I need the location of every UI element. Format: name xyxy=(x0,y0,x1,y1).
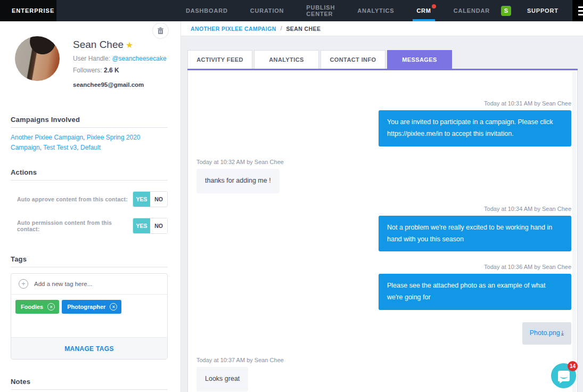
campaign-separator: , xyxy=(83,134,87,141)
user-handle-row: User Handle: @seancheesecake xyxy=(73,55,167,62)
tab-analytics[interactable]: ANALYTICS xyxy=(254,50,319,69)
message-group: Today at 10:31 AM by Sean CheeYou are in… xyxy=(196,100,571,146)
campaign-link[interactable]: Another Pixlee Campaign xyxy=(11,134,83,141)
star-icon: ★ xyxy=(126,40,133,50)
trash-icon xyxy=(157,27,164,35)
nav-item-dashboard[interactable]: DASHBOARD xyxy=(175,0,239,21)
tags-footer: MANAGE TAGS xyxy=(11,337,167,359)
tag-chip[interactable]: Foodies✕ xyxy=(15,300,59,314)
action-row: Auto approve content from this contact:Y… xyxy=(11,191,168,207)
remove-tag-icon[interactable]: ✕ xyxy=(110,303,117,311)
followers-row: Followers: 2.6 K xyxy=(73,67,167,74)
campaign-separator: , xyxy=(77,144,80,151)
message-bubble: You are invited to participate in a camp… xyxy=(379,110,571,146)
campaign-link[interactable]: Test Test v3 xyxy=(43,144,77,151)
notes-title: Notes xyxy=(11,378,168,386)
tab-activity-feed[interactable]: ACTIVITY FEED xyxy=(187,50,252,69)
campaign-link[interactable]: Default xyxy=(80,144,101,151)
main-area: ANOTHER PIXLEE CAMPAIGN / SEAN CHEE ACTI… xyxy=(181,21,583,392)
nav-item-publish-center[interactable]: PUBLISH CENTER xyxy=(295,0,346,21)
delete-contact-button[interactable] xyxy=(152,22,169,39)
profile-header: Sean Chee★ User Handle: @seancheesecake … xyxy=(11,36,168,88)
tags-section: Tags + Add a new tag here... Foodies✕Pho… xyxy=(11,255,168,360)
contact-name: Sean Chee★ xyxy=(73,39,167,51)
actions-section: Actions Auto approve content from this c… xyxy=(11,168,168,234)
contact-email: seanchee95@gmail.com xyxy=(73,81,167,88)
campaigns-section: Campaigns Involved Another Pixlee Campai… xyxy=(11,116,168,152)
user-handle-link[interactable]: @seancheesecake xyxy=(112,55,166,62)
notes-section: Notes This is a general note that I made… xyxy=(11,378,168,392)
tab-messages[interactable]: MESSAGES xyxy=(387,50,452,69)
message-bubble: Looks great xyxy=(196,367,248,391)
chat-bubble-icon xyxy=(558,371,570,381)
message-timestamp: Today at 10:36 AM by Sean Chee xyxy=(196,264,571,270)
tag-list: Foodies✕Photographer✕ xyxy=(11,295,167,337)
unread-count-badge: 14 xyxy=(568,361,578,371)
nav-item-curation[interactable]: CURATION xyxy=(239,0,295,21)
add-tag-placeholder: Add a new tag here... xyxy=(34,281,92,287)
add-tag-input[interactable]: + Add a new tag here... xyxy=(11,274,167,295)
tab-contact-info[interactable]: CONTACT INFO xyxy=(321,50,385,69)
nav-item-calendar[interactable]: CALENDAR xyxy=(442,0,501,21)
action-label: Auto permission content from this contac… xyxy=(17,219,133,232)
toggle-yes[interactable]: YES xyxy=(133,218,150,233)
yes-no-toggle[interactable]: YESNO xyxy=(133,218,168,234)
support-link[interactable]: SUPPORT xyxy=(511,7,572,14)
action-row: Auto permission content from this contac… xyxy=(11,218,168,234)
campaigns-title: Campaigns Involved xyxy=(11,116,168,124)
nav-item-crm[interactable]: CRM xyxy=(405,0,442,21)
yes-no-toggle[interactable]: YESNO xyxy=(133,191,168,207)
message-group: Today at 10:36 AM by Sean CheePlease see… xyxy=(196,264,571,310)
toggle-no[interactable]: NO xyxy=(150,192,167,207)
message-group: Today at 10:32 AM by Sean Cheethanks for… xyxy=(196,159,571,193)
toggle-yes[interactable]: YES xyxy=(133,192,150,207)
download-icon: ⤓ xyxy=(561,329,564,337)
message-group: Today at 10:34 AM by Sean CheeNot a prob… xyxy=(196,206,571,252)
tags-title: Tags xyxy=(11,255,168,263)
breadcrumb: ANOTHER PIXLEE CAMPAIGN / SEAN CHEE xyxy=(181,21,583,36)
nav-items: DASHBOARDCURATIONPUBLISH CENTERANALYTICS… xyxy=(175,0,501,21)
top-nav: ENTERPRISE DASHBOARDCURATIONPUBLISH CENT… xyxy=(0,0,583,21)
brand[interactable]: ENTERPRISE xyxy=(0,0,56,21)
tag-chip[interactable]: Photographer✕ xyxy=(62,300,121,314)
avatar xyxy=(15,36,60,81)
nav-item-analytics[interactable]: ANALYTICS xyxy=(346,0,405,21)
active-tab-underline xyxy=(413,19,434,21)
toggle-no[interactable]: NO xyxy=(150,218,167,233)
message-timestamp: Today at 10:32 AM by Sean Chee xyxy=(196,159,571,165)
messages-panel: Today at 10:31 AM by Sean CheeYou are in… xyxy=(187,70,578,392)
contact-sidebar: Sean Chee★ User Handle: @seancheesecake … xyxy=(0,21,181,392)
message-bubble: Not a problem we're really excited to be… xyxy=(379,216,571,252)
manage-tags-button[interactable]: MANAGE TAGS xyxy=(64,345,113,353)
brand-name: ENTERPRISE xyxy=(12,7,54,14)
action-label: Auto approve content from this contact: xyxy=(17,196,128,202)
tabs: ACTIVITY FEEDANALYTICSCONTACT INFOMESSAG… xyxy=(187,50,578,69)
message-timestamp: Today at 10:37 AM by Sean Chee xyxy=(196,357,571,363)
breadcrumb-current: SEAN CHEE xyxy=(286,26,321,32)
breadcrumb-separator: / xyxy=(281,26,282,31)
message-thread: Today at 10:31 AM by Sean CheeYou are in… xyxy=(188,70,577,392)
campaign-links: Another Pixlee Campaign, Pixlee Spring 2… xyxy=(11,133,168,152)
scrollbar[interactable] xyxy=(572,71,576,392)
nav-right: S SUPPORT xyxy=(501,0,583,21)
notification-dot-icon xyxy=(432,4,436,9)
plus-icon: + xyxy=(19,279,28,289)
message-bubble: Please see the attached photo as an exam… xyxy=(379,274,571,310)
intercom-launcher[interactable]: 14 xyxy=(551,363,576,388)
message-group: Photo.png⤓ xyxy=(196,322,571,345)
message-timestamp: Today at 10:34 AM by Sean Chee xyxy=(196,206,571,212)
message-group: Today at 10:37 AM by Sean CheeLooks grea… xyxy=(196,357,571,391)
attachment-bubble[interactable]: Photo.png⤓ xyxy=(522,322,571,345)
message-bubble: thanks for adding me ! xyxy=(196,169,280,193)
hamburger-menu-icon[interactable] xyxy=(572,0,583,21)
tags-card: + Add a new tag here... Foodies✕Photogra… xyxy=(11,273,168,360)
pixlee-logo-icon xyxy=(6,5,7,16)
remove-tag-icon[interactable]: ✕ xyxy=(47,303,55,311)
breadcrumb-campaign-link[interactable]: ANOTHER PIXLEE CAMPAIGN xyxy=(191,26,276,32)
message-timestamp: Today at 10:31 AM by Sean Chee xyxy=(196,100,571,107)
user-avatar-badge[interactable]: S xyxy=(501,6,511,16)
actions-title: Actions xyxy=(11,168,168,176)
